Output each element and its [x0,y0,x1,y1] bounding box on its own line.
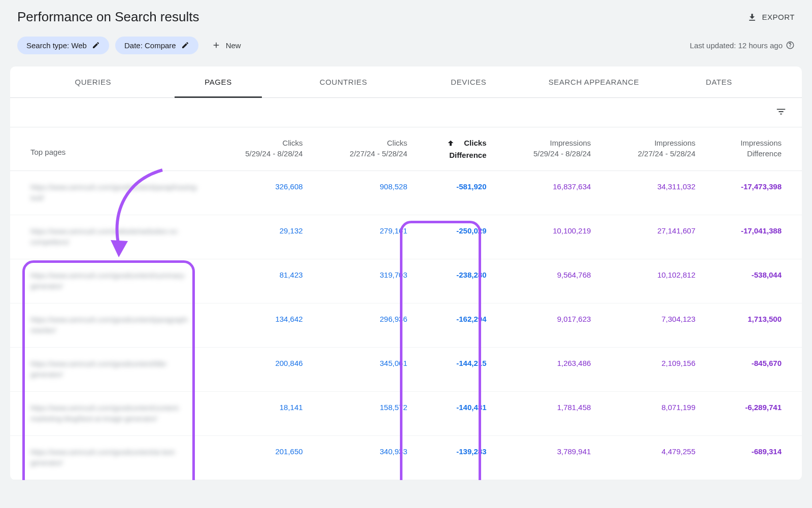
col-impr-p1[interactable]: Impressions5/29/24 - 8/28/24 [494,127,599,171]
last-updated: Last updated: 12 hours ago [690,41,795,50]
cell-impr-p2: 27,141,607 [599,215,703,259]
cell-clicks-p2: 340,933 [311,435,416,480]
cell-page[interactable]: https://www.semrush.com/goodcontent/para… [10,303,207,347]
cell-clicks-diff: -144,215 [415,347,494,391]
tab-devices[interactable]: DEVICES [406,66,531,97]
cell-clicks-p1: 18,141 [207,391,311,435]
filter-icon[interactable] [775,106,787,119]
table-row[interactable]: https://www.semrush.com/goodcontent/titl… [10,347,802,391]
tabs: QUERIESPAGESCOUNTRIESDEVICESSEARCH APPEA… [10,66,802,98]
plus-icon [212,41,221,50]
cell-clicks-diff: -162,294 [415,303,494,347]
cell-impr-p2: 34,311,032 [599,171,703,215]
tab-countries[interactable]: COUNTRIES [281,66,406,97]
cell-impr-diff: -845,670 [703,347,802,391]
cell-impr-diff: 1,713,500 [703,303,802,347]
cell-clicks-p1: 326,608 [207,171,311,215]
cell-impr-p1: 16,837,634 [494,171,599,215]
cell-page[interactable]: https://www.semrush.com/goodcontent/cont… [10,391,207,435]
cell-impr-diff: -6,289,741 [703,391,802,435]
results-card: QUERIESPAGESCOUNTRIESDEVICESSEARCH APPEA… [10,66,802,480]
cell-impr-p1: 1,263,486 [494,347,599,391]
cell-page[interactable]: https://www.semrush.com/website/websites… [10,215,207,259]
cell-impr-p1: 1,781,458 [494,391,599,435]
table-row[interactable]: https://www.semrush.com/website/websites… [10,215,802,259]
table-row[interactable]: https://www.semrush.com/goodcontent/ai-t… [10,435,802,480]
cell-clicks-p2: 319,703 [311,259,416,303]
help-icon[interactable] [786,41,795,50]
cell-clicks-p1: 200,846 [207,347,311,391]
cell-page[interactable]: https://www.semrush.com/goodcontent/para… [10,171,207,215]
export-label: EXPORT [762,13,795,21]
table-row[interactable]: https://www.semrush.com/goodcontent/para… [10,303,802,347]
page-title: Performance on Search results [17,9,199,25]
cell-impr-p1: 10,100,219 [494,215,599,259]
cell-impr-p1: 3,789,941 [494,435,599,480]
cell-impr-p2: 8,071,199 [599,391,703,435]
table-row[interactable]: https://www.semrush.com/goodcontent/para… [10,171,802,215]
cell-clicks-diff: -140,431 [415,391,494,435]
download-icon [747,12,757,22]
col-impr-p2[interactable]: Impressions2/27/24 - 5/28/24 [599,127,703,171]
col-top-pages[interactable]: Top pages [10,127,207,171]
cell-impr-p2: 2,109,156 [599,347,703,391]
cell-clicks-p1: 81,423 [207,259,311,303]
cell-impr-diff: -538,044 [703,259,802,303]
cell-clicks-p1: 134,642 [207,303,311,347]
cell-clicks-diff: -238,280 [415,259,494,303]
cell-impr-p2: 10,102,812 [599,259,703,303]
cell-clicks-p2: 345,061 [311,347,416,391]
table-row[interactable]: https://www.semrush.com/goodcontent/summ… [10,259,802,303]
cell-impr-p2: 4,479,255 [599,435,703,480]
new-filter-button[interactable]: New [205,36,248,54]
cell-impr-diff: -17,473,398 [703,171,802,215]
col-clicks-p1[interactable]: Clicks5/29/24 - 8/28/24 [207,127,311,171]
cell-page[interactable]: https://www.semrush.com/goodcontent/summ… [10,259,207,303]
cell-page[interactable]: https://www.semrush.com/goodcontent/ai-t… [10,435,207,480]
col-impr-diff[interactable]: ImpressionsDifference [703,127,802,171]
cell-clicks-diff: -139,283 [415,435,494,480]
cell-clicks-p1: 201,650 [207,435,311,480]
col-clicks-p2[interactable]: Clicks2/27/24 - 5/28/24 [311,127,416,171]
date-chip[interactable]: Date: Compare [115,37,198,54]
table-row[interactable]: https://www.semrush.com/goodcontent/cont… [10,391,802,435]
tab-dates[interactable]: DATES [656,66,782,97]
cell-clicks-p2: 158,572 [311,391,416,435]
cell-clicks-p2: 908,528 [311,171,416,215]
tab-queries[interactable]: QUERIES [30,66,156,97]
cell-clicks-diff: -250,029 [415,215,494,259]
cell-impr-diff: -689,314 [703,435,802,480]
col-clicks-diff[interactable]: ClicksDifference [415,127,494,171]
edit-icon [181,41,189,49]
cell-clicks-p1: 29,132 [207,215,311,259]
cell-impr-p2: 7,304,123 [599,303,703,347]
cell-clicks-p2: 279,161 [311,215,416,259]
cell-impr-diff: -17,041,388 [703,215,802,259]
cell-clicks-p2: 296,936 [311,303,416,347]
pages-table: Top pages Clicks5/29/24 - 8/28/24 Clicks… [10,127,802,480]
tab-search-appearance[interactable]: SEARCH APPEARANCE [531,66,657,97]
edit-icon [92,41,100,49]
cell-clicks-diff: -581,920 [415,171,494,215]
cell-impr-p1: 9,017,623 [494,303,599,347]
export-button[interactable]: EXPORT [747,12,795,22]
cell-impr-p1: 9,564,768 [494,259,599,303]
sort-ascending-icon [447,139,455,149]
tab-pages[interactable]: PAGES [156,66,281,97]
search-type-chip[interactable]: Search type: Web [17,37,109,54]
cell-page[interactable]: https://www.semrush.com/goodcontent/titl… [10,347,207,391]
